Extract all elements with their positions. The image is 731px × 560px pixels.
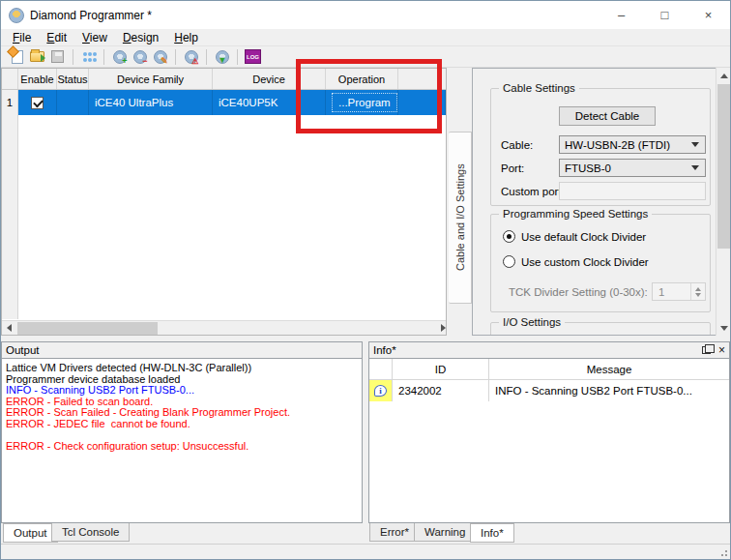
close-button[interactable]: × [687, 1, 730, 29]
output-panel: Output Lattice VM Drivers detected (HW-D… [1, 341, 363, 523]
cable-value: HW-USBN-2B (FTDI) [565, 139, 670, 151]
resize-grip-icon[interactable] [718, 547, 728, 557]
filler-column-header [398, 69, 446, 89]
output-line: ERROR - Scan Failed - Creating Blank Pro… [6, 407, 358, 419]
settings-panel: Cable Settings Detect Cable Cable: HW-US… [472, 68, 716, 336]
programming-speed-group: Programming Speed Settings Use default C… [490, 214, 711, 312]
output-line: Lattice VM Drivers detected (HW-DLN-3C (… [6, 363, 358, 374]
device-column-header[interactable]: Device [213, 69, 326, 89]
menu-bar: File Edit View Design Help [1, 29, 730, 46]
open-log-icon[interactable]: LOG [244, 48, 262, 66]
info-icon-cell: i [369, 380, 393, 401]
toolbar-separator [73, 49, 73, 65]
bottom-tab-bar: Output Tcl Console Error* Warning Info* [1, 523, 730, 544]
horizontal-scrollbar-thumb[interactable] [17, 322, 158, 335]
scan-devices-icon[interactable] [79, 48, 98, 66]
vertical-scrollbar[interactable] [716, 68, 730, 336]
default-clock-divider-option[interactable]: Use default Clock Divider [503, 230, 646, 243]
scroll-right-arrow[interactable] [431, 321, 446, 336]
status-cell [57, 90, 89, 115]
menu-design[interactable]: Design [115, 30, 166, 45]
scroll-left-arrow[interactable] [2, 321, 16, 336]
program-device-icon[interactable]: ▼ [213, 48, 231, 66]
cable-settings-group: Cable Settings Detect Cable Cable: HW-US… [490, 88, 711, 206]
cable-settings-title: Cable Settings [499, 82, 579, 94]
info-panel-header: Info* × [368, 341, 730, 359]
custom-clock-divider-label: Use custom Clock Divider [521, 256, 649, 268]
save-project-icon[interactable] [48, 48, 67, 66]
horizontal-scrollbar[interactable] [2, 320, 446, 335]
spinner-arrows[interactable] [690, 283, 705, 300]
remove-device-icon[interactable]: − [131, 48, 149, 66]
tab-cable-io-settings[interactable]: Cable and I/O Settings [449, 132, 472, 304]
output-line [6, 429, 358, 441]
toolbar-separator [175, 49, 176, 65]
operation-column-header[interactable]: Operation [326, 69, 398, 89]
output-line: INFO - Scanning USB2 Port FTUSB-0... [6, 385, 358, 397]
menu-file[interactable]: File [5, 30, 39, 45]
edit-device-icon[interactable]: ✎ [151, 48, 169, 66]
tck-divider-label: TCK Divider Setting (0-30x): [509, 286, 648, 298]
toolbar-separator [103, 49, 104, 65]
port-dropdown[interactable]: FTUSB-0 [559, 159, 706, 177]
cable-dropdown[interactable]: HW-USBN-2B (FTDI) [559, 135, 706, 154]
tab-tcl-console[interactable]: Tcl Console [51, 523, 130, 542]
menu-help[interactable]: Help [166, 30, 206, 45]
enable-cell[interactable] [18, 90, 57, 115]
new-project-icon[interactable] [8, 48, 26, 66]
side-tab-strip: Cable and I/O Settings [447, 68, 472, 336]
tab-output[interactable]: Output [3, 523, 58, 543]
menu-view[interactable]: View [74, 30, 115, 45]
tck-divider-spinner[interactable]: 1 [652, 282, 706, 301]
maximize-button[interactable]: □ [643, 1, 687, 29]
info-panel-body: ID Message i 2342002 INFO - Scanning USB… [368, 359, 730, 523]
window-controls: – □ × [599, 1, 730, 29]
port-label: Port: [501, 162, 524, 174]
check-device-warning-icon[interactable]: ⚠ [182, 48, 200, 66]
custom-clock-divider-option[interactable]: Use custom Clock Divider [503, 255, 649, 268]
device-table-row[interactable]: 1 iCE40 UltraPlus iCE40UP5K ...Program [2, 90, 446, 115]
info-table-header: ID Message [369, 359, 729, 380]
output-panel-header: Output [1, 341, 363, 359]
io-settings-group: I/O Settings [490, 322, 711, 336]
toolbar: + − ✎ ⚠ ▼ LOG [1, 46, 730, 68]
status-column-header[interactable]: Status [57, 69, 89, 89]
scroll-down-arrow[interactable] [716, 320, 731, 336]
device-cell[interactable]: iCE40UP5K [213, 90, 326, 115]
output-panel-body[interactable]: Lattice VM Drivers detected (HW-DLN-3C (… [1, 359, 363, 523]
open-project-icon[interactable] [28, 48, 46, 66]
scroll-up-arrow[interactable] [716, 68, 731, 83]
device-family-column-header[interactable]: Device Family [89, 69, 213, 89]
info-table: ID Message i 2342002 INFO - Scanning USB… [369, 359, 729, 401]
float-panel-icon[interactable] [702, 346, 711, 354]
tab-error[interactable]: Error* [369, 523, 420, 542]
enable-column-header[interactable]: Enable [18, 69, 57, 89]
info-panel-title: Info* [373, 344, 396, 356]
minimize-button[interactable]: – [599, 1, 643, 29]
id-column-header[interactable]: ID [393, 359, 489, 379]
custom-port-input[interactable] [559, 182, 706, 200]
vertical-scrollbar-thumb[interactable] [717, 84, 730, 249]
device-family-cell[interactable]: iCE40 UltraPlus [89, 90, 213, 115]
window-title: Diamond Programmer * [30, 9, 152, 22]
tab-warning[interactable]: Warning [414, 523, 476, 542]
info-panel: Info* × ID Message i 2342002 INF [368, 341, 730, 523]
bottom-panels: Output Lattice VM Drivers detected (HW-D… [1, 341, 730, 523]
detect-cable-button[interactable]: Detect Cable [559, 106, 656, 126]
device-table-header: Enable Status Device Family Device Opera… [2, 69, 446, 90]
operation-value[interactable]: ...Program [332, 93, 397, 112]
device-table: Enable Status Device Family Device Opera… [1, 68, 447, 336]
menu-edit[interactable]: Edit [39, 30, 74, 45]
tab-info[interactable]: Info* [470, 523, 514, 543]
app-window: Diamond Programmer * – □ × File Edit Vie… [0, 0, 731, 560]
cable-label: Cable: [501, 139, 533, 151]
close-panel-icon[interactable]: × [718, 345, 725, 355]
enable-checkbox[interactable] [31, 97, 44, 109]
info-table-row[interactable]: i 2342002 INFO - Scanning USB2 Port FTUS… [369, 380, 729, 401]
info-id-cell: 2342002 [393, 380, 489, 401]
operation-cell[interactable]: ...Program [326, 90, 398, 115]
message-column-header[interactable]: Message [489, 359, 729, 379]
add-device-icon[interactable]: + [110, 48, 129, 66]
radio-selected-icon[interactable] [503, 230, 515, 243]
radio-unselected-icon[interactable] [503, 255, 515, 268]
